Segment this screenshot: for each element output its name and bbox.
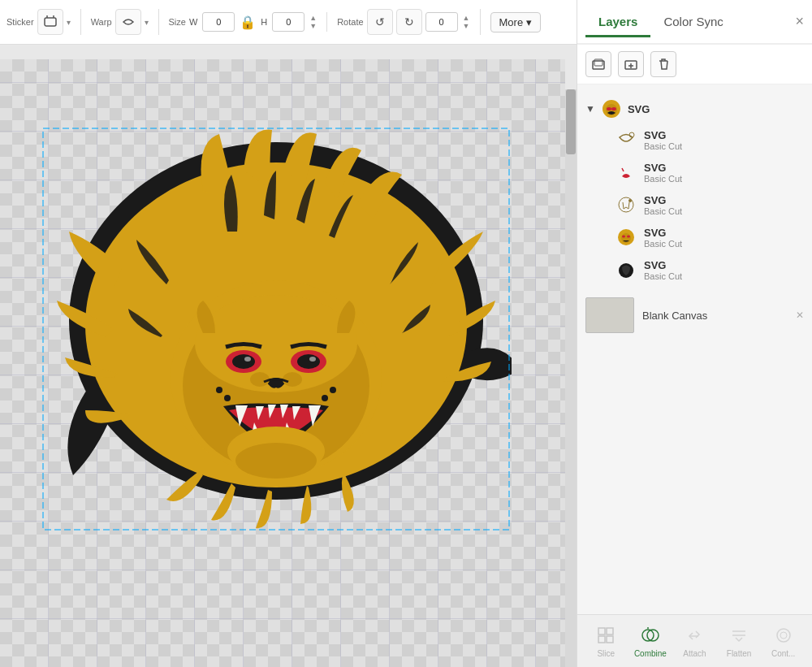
layer-item-3-name: SVG — [644, 194, 682, 206]
layer-group-thumb — [600, 97, 623, 120]
sticker-dropdown[interactable]: ▾ — [67, 18, 71, 27]
rotate-input[interactable] — [425, 12, 458, 32]
slice-icon — [593, 624, 619, 647]
vertical-scrollbar[interactable] — [565, 89, 577, 667]
layer-chevron-icon: ▼ — [585, 103, 595, 115]
tab-color-sync-label: Color Sync — [663, 15, 723, 28]
layer-item-5-thumb — [615, 258, 637, 281]
layer-item-4-name: SVG — [644, 227, 682, 239]
warp-label: Warp — [91, 17, 112, 27]
svg-point-52 — [780, 632, 787, 639]
blank-canvas-section: Blank Canvas ✕ — [577, 289, 812, 340]
rotate-arrows[interactable]: ▲ ▼ — [463, 15, 470, 30]
svg-point-21 — [330, 387, 336, 393]
layer-item-1-name: SVG — [644, 129, 682, 141]
svg-point-31 — [611, 107, 616, 110]
more-chevron-icon: ▾ — [526, 16, 532, 28]
delete-layer-button[interactable] — [650, 51, 676, 77]
tab-layers[interactable]: Layers — [585, 8, 650, 37]
svg-rect-44 — [607, 636, 613, 643]
svg-point-18 — [224, 395, 231, 401]
svg-point-19 — [216, 387, 222, 393]
blank-canvas-close-button[interactable]: ✕ — [796, 310, 804, 321]
width-input[interactable] — [202, 12, 235, 32]
layer-item-5[interactable]: SVG Basic Cut — [585, 253, 804, 286]
layer-item-5-info: SVG Basic Cut — [644, 259, 682, 281]
layer-list: ▼ SVG — [577, 84, 812, 614]
lock-icon[interactable]: 🔒 — [240, 15, 256, 30]
combine-button[interactable]: Combine — [633, 624, 668, 658]
sticker-icon-btn[interactable] — [37, 9, 63, 35]
height-label: H — [261, 17, 267, 27]
layer-item-4-thumb — [615, 226, 637, 249]
layer-item-4-sub: Basic Cut — [644, 239, 682, 249]
canvas-area[interactable]: 8 9 10 11 12 13 14 15 — [0, 45, 577, 667]
layer-item-2-name: SVG — [644, 162, 682, 174]
svg-point-35 — [628, 199, 632, 202]
more-label: More — [499, 16, 524, 28]
svg-point-51 — [777, 629, 790, 642]
slice-button[interactable]: Slice — [588, 624, 624, 658]
layer-item-3-info: SVG Basic Cut — [644, 194, 682, 216]
width-label: W — [189, 17, 197, 27]
warp-icon-btn[interactable] — [115, 9, 141, 35]
layer-group-svg: ▼ SVG — [577, 91, 812, 289]
layer-item-2-info: SVG Basic Cut — [644, 162, 682, 184]
blank-canvas-thumb — [585, 297, 634, 333]
size-arrows[interactable]: ▲ ▼ — [309, 15, 317, 30]
layer-item-3-thumb — [615, 193, 637, 216]
layer-item-2[interactable]: SVG Basic Cut — [585, 156, 804, 188]
panel-bottom-toolbar: Slice Combine Attach Flatten Cont... — [577, 614, 812, 667]
flatten-label: Flatten — [727, 649, 752, 658]
contour-button[interactable]: Cont... — [766, 624, 801, 658]
panel-tabs: Layers Color Sync × — [577, 0, 812, 45]
svg-rect-42 — [607, 628, 613, 635]
layer-item-1[interactable]: SVG Basic Cut — [585, 123, 804, 156]
layer-group-header[interactable]: ▼ SVG — [585, 94, 804, 123]
layer-item-2-sub: Basic Cut — [644, 174, 682, 184]
svg-point-39 — [627, 236, 630, 238]
lion-image[interactable] — [41, 126, 512, 597]
right-panel: Layers Color Sync × ▼ — [577, 0, 812, 667]
group-layers-button[interactable] — [585, 51, 611, 77]
more-button[interactable]: More ▾ — [490, 12, 542, 32]
flatten-button[interactable]: Flatten — [721, 624, 757, 658]
svg-point-20 — [322, 395, 328, 401]
size-label: Size — [169, 17, 186, 27]
svg-point-12 — [244, 357, 251, 362]
attach-icon — [681, 624, 707, 647]
attach-button[interactable]: Attach — [676, 624, 712, 658]
height-input[interactable] — [272, 12, 304, 32]
svg-point-17 — [235, 443, 317, 479]
svg-point-14 — [250, 372, 270, 387]
blank-canvas-label: Blank Canvas — [642, 310, 707, 322]
svg-point-11 — [297, 354, 320, 369]
svg-point-38 — [622, 236, 625, 238]
sticker-label: Sticker — [6, 17, 34, 27]
toolbar: Sticker ▾ Warp ▾ Size W 🔒 H ▲ ▼ Rotate ↺… — [0, 0, 577, 45]
layer-item-4[interactable]: SVG Basic Cut — [585, 221, 804, 253]
svg-point-10 — [232, 354, 255, 369]
panel-close-button[interactable]: × — [795, 13, 804, 30]
svg-line-33 — [622, 168, 624, 171]
layer-item-3[interactable]: SVG Basic Cut — [585, 188, 804, 221]
rotate-ccw-btn[interactable]: ↺ — [367, 9, 393, 35]
layer-item-2-thumb — [615, 161, 637, 184]
rotate-label: Rotate — [337, 17, 363, 27]
layer-item-4-info: SVG Basic Cut — [644, 227, 682, 249]
rotate-cw-btn[interactable]: ↻ — [396, 9, 422, 35]
size-group: Size W 🔒 H ▲ ▼ — [169, 12, 328, 32]
slice-label: Slice — [597, 649, 615, 658]
tab-color-sync[interactable]: Color Sync — [650, 8, 736, 37]
sticker-group: Sticker ▾ — [6, 9, 81, 35]
contour-label: Cont... — [771, 649, 795, 658]
warp-dropdown[interactable]: ▾ — [145, 18, 149, 27]
scrollbar-thumb[interactable] — [566, 89, 576, 154]
svg-rect-0 — [45, 18, 56, 26]
combine-label: Combine — [634, 649, 667, 658]
svg-rect-24 — [594, 59, 603, 66]
layer-item-1-thumb — [615, 128, 637, 151]
flatten-icon — [726, 624, 752, 647]
add-layer-button[interactable] — [618, 51, 644, 77]
layer-item-1-info: SVG Basic Cut — [644, 129, 682, 151]
